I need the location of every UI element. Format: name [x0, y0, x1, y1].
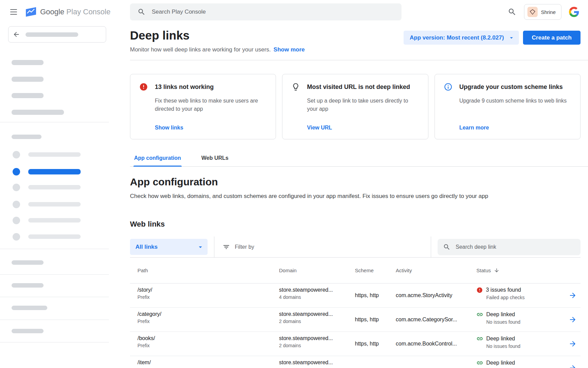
skeleton-bar: [12, 329, 44, 333]
sidebar-item-icon[interactable]: [13, 233, 20, 241]
topbar-right: Shrine: [508, 4, 588, 20]
divider: [0, 274, 109, 275]
main-content: Deep links Monitor how well deep links a…: [109, 24, 588, 368]
sidebar-item[interactable]: [28, 185, 81, 189]
card-body: Fix these web links to make sure users a…: [155, 97, 265, 113]
deep-link-search[interactable]: [438, 239, 581, 255]
table-row[interactable]: /story/ Prefix store.steampowered... 4 d…: [130, 283, 581, 308]
page-header: Deep links Monitor how well deep links a…: [130, 29, 581, 53]
path-value: /story/: [137, 287, 279, 293]
topbar: Google Play Console Sh: [0, 0, 588, 24]
divider: [0, 249, 109, 249]
play-console-app: Google Play Console Sh: [0, 0, 588, 368]
view-url-link[interactable]: View URL: [307, 125, 332, 131]
domain-value: store.steampowered...: [279, 359, 355, 366]
table-row[interactable]: /item/ store.steampowered... Deep linked: [130, 356, 581, 368]
skeleton-bar: [12, 283, 44, 288]
back-navigation[interactable]: [8, 26, 106, 43]
page-header-left: Deep links Monitor how well deep links a…: [130, 29, 305, 53]
status-detail: No issues found: [486, 343, 565, 349]
path-value: /books/: [137, 335, 279, 341]
learn-more-link[interactable]: Learn more: [459, 125, 489, 131]
row-detail-arrow[interactable]: [569, 316, 577, 324]
app-version-selector[interactable]: App version: Most recent (8.2.027): [404, 31, 519, 45]
tab-web-urls[interactable]: Web URLs: [201, 155, 229, 166]
info-icon: [444, 82, 453, 91]
card-body: Set up a deep link to take users directl…: [307, 97, 418, 113]
show-links-link[interactable]: Show links: [155, 125, 183, 131]
sidebar-item-selected[interactable]: [28, 169, 81, 174]
column-header-path[interactable]: Path: [130, 267, 279, 273]
divider: [214, 236, 214, 257]
divider: [0, 320, 109, 320]
shrine-app-icon: [527, 7, 538, 17]
create-patch-button[interactable]: Create a patch: [523, 31, 581, 45]
tab-app-configuration[interactable]: App configuration: [133, 155, 182, 166]
card-upgrade-custom-scheme: Upgrade your custom scheme links Upgrade…: [435, 74, 581, 139]
links-filter-label: All links: [135, 244, 158, 250]
domain-count: 2 domains: [279, 319, 355, 324]
domain-value: store.steampowered...: [279, 287, 355, 293]
card-title: Most visited URL is not deep linked: [307, 82, 410, 91]
activity-value: com.acme.StoryActivity: [396, 292, 476, 298]
sort-descending-icon: [494, 267, 500, 273]
app-switcher-label: Shrine: [541, 9, 556, 15]
lightbulb-icon: [291, 82, 300, 91]
links-filter-dropdown[interactable]: All links: [130, 239, 208, 255]
play-console-logo-icon: [25, 7, 37, 17]
console-search-bar[interactable]: [130, 3, 402, 20]
status-header-label: Status: [476, 267, 491, 273]
column-header-status[interactable]: Status: [476, 267, 565, 273]
path-type: Prefix: [137, 343, 279, 348]
search-icon[interactable]: [508, 7, 517, 16]
card-title: 13 links not working: [155, 82, 214, 91]
sidebar: [0, 24, 109, 368]
filter-by-button[interactable]: Filter by: [223, 243, 254, 251]
table-row[interactable]: /books/ Prefix store.steampowered... 2 d…: [130, 332, 581, 356]
section-description: Check how web links, domains, and custom…: [130, 192, 581, 201]
card-links-not-working: 13 links not working Fix these web links…: [130, 74, 276, 139]
console-search-input[interactable]: [151, 8, 394, 16]
menu-icon[interactable]: [10, 9, 17, 15]
divider: [431, 236, 431, 257]
sidebar-item-icon[interactable]: [13, 151, 20, 158]
sidebar-item[interactable]: [28, 234, 81, 239]
domain-value: store.steampowered...: [279, 311, 355, 317]
table-row[interactable]: /category/ Prefix store.steampowered... …: [130, 308, 581, 332]
skeleton-bar: [12, 135, 42, 139]
skeleton-bar: [12, 260, 44, 265]
status-value: Deep linked: [486, 311, 515, 318]
path-value: /item/: [137, 359, 279, 366]
section-heading: App configuration: [130, 176, 581, 188]
play-console-logo[interactable]: Google Play Console: [25, 7, 111, 17]
column-header-scheme[interactable]: Scheme: [355, 267, 396, 273]
row-detail-arrow[interactable]: [569, 364, 577, 368]
sidebar-item[interactable]: [28, 218, 81, 223]
skeleton-bar: [12, 60, 44, 65]
skeleton-bar: [12, 110, 64, 115]
column-header-activity[interactable]: Activity: [396, 267, 476, 273]
sidebar-item[interactable]: [28, 152, 81, 157]
deep-link-search-input[interactable]: [455, 244, 575, 250]
scheme-value: https, http: [355, 341, 396, 347]
sidebar-item-icon[interactable]: [13, 201, 20, 208]
show-more-link[interactable]: Show more: [274, 46, 305, 53]
sidebar-item-icon[interactable]: [13, 217, 20, 224]
error-icon: [139, 82, 148, 91]
card-title: Upgrade your custom scheme links: [459, 82, 563, 91]
card-body: Upgrade 9 custom scheme links to web lin…: [459, 97, 570, 105]
sidebar-item-icon[interactable]: [13, 184, 20, 191]
link-icon: [476, 359, 483, 366]
row-detail-arrow[interactable]: [569, 340, 577, 348]
domain-count: 2 domains: [279, 343, 355, 348]
link-icon: [476, 335, 483, 342]
app-switcher-chip[interactable]: Shrine: [524, 4, 561, 20]
column-header-domain[interactable]: Domain: [279, 267, 355, 273]
skeleton-bar: [12, 77, 44, 82]
sidebar-item-selected-icon[interactable]: [13, 168, 20, 175]
row-detail-arrow[interactable]: [569, 291, 577, 300]
google-account-icon[interactable]: [569, 7, 579, 17]
insight-cards: 13 links not working Fix these web links…: [130, 74, 581, 139]
search-icon: [137, 8, 146, 16]
sidebar-item[interactable]: [28, 202, 81, 206]
